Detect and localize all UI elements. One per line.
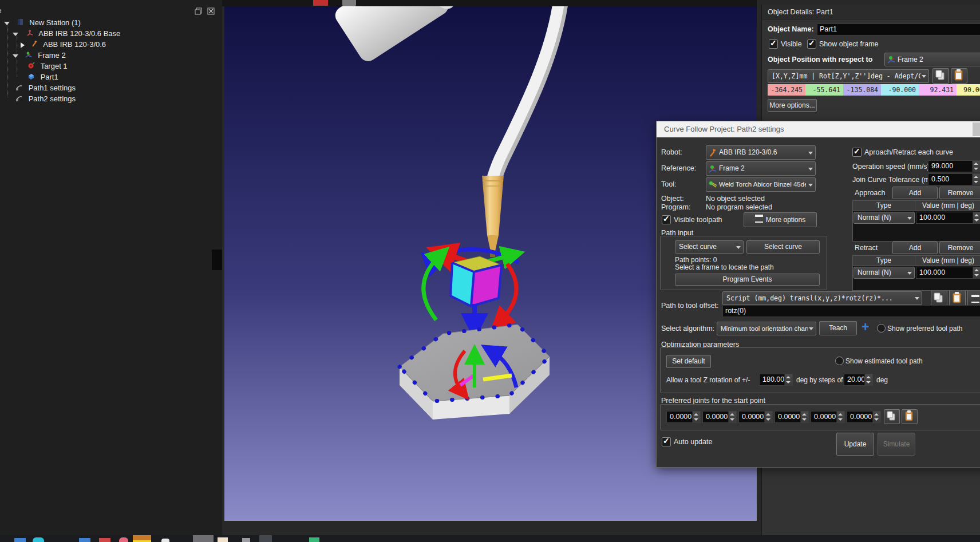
joint6-spinbox[interactable]: 0.0000 <box>847 411 881 423</box>
spinner-arrows-icon[interactable] <box>784 374 792 385</box>
update-button[interactable]: Update <box>836 433 874 456</box>
toolbar-tab-sliver[interactable] <box>342 0 356 6</box>
more-options-button[interactable]: More options <box>744 212 817 227</box>
retract-remove-button[interactable]: Remove <box>939 242 980 254</box>
program-events-button[interactable]: Program Events <box>675 274 820 286</box>
expand-arrow-icon[interactable] <box>13 54 18 58</box>
approach-type-dropdown[interactable]: Normal (N) <box>853 212 915 224</box>
pose-z-value[interactable]: -135.084 <box>843 84 882 96</box>
expand-arrow-icon[interactable] <box>4 22 10 25</box>
spinner-arrows-icon[interactable] <box>864 374 872 385</box>
spinner-arrows-icon[interactable] <box>728 412 736 422</box>
approach-add-button[interactable]: Add <box>892 187 938 199</box>
pose-y-value[interactable]: -55.641 <box>805 84 844 96</box>
orientation-format-dropdown[interactable]: [X,Y,Z]mm | Rot[Z,Y',Z'']deg - Adept/Com… <box>768 69 929 83</box>
tree-item-frame2[interactable]: Frame 2 <box>0 50 66 61</box>
paste-offset-button[interactable] <box>949 290 966 306</box>
tree-item-path1-settings[interactable]: Path1 settings <box>0 82 76 93</box>
dialog-close-button[interactable] <box>973 122 980 136</box>
toolbar-red-button-sliver[interactable] <box>313 0 328 6</box>
copy-offset-button[interactable] <box>931 290 947 306</box>
expand-arrow-icon[interactable] <box>13 33 18 36</box>
visible-toolpath-checkbox[interactable] <box>662 215 671 224</box>
spinner-arrows-icon[interactable] <box>973 212 980 223</box>
taskbar-active-app-icon[interactable] <box>133 535 151 542</box>
pose-ry-value[interactable]: 92.431 <box>919 84 957 96</box>
expand-arrow-icon[interactable] <box>21 42 25 48</box>
splitter-handle[interactable] <box>212 250 222 270</box>
taskbar-app-icon[interactable] <box>14 538 26 542</box>
joint4-spinbox[interactable]: 0.0000 <box>774 411 809 423</box>
joint2-spinbox[interactable]: 0.0000 <box>702 411 737 423</box>
joint3-spinbox[interactable]: 0.0000 <box>738 411 773 423</box>
tree-item-new-station[interactable]: New Station (1) <box>0 17 81 28</box>
approach-retract-checkbox[interactable] <box>852 148 862 157</box>
position-reference-dropdown[interactable]: Frame 2 <box>884 53 980 66</box>
tree-item-robot-base[interactable]: ABB IRB 120-3/0.6 Base <box>0 28 120 39</box>
approach-remove-button[interactable]: Remove <box>939 187 980 199</box>
spinner-arrows-icon[interactable] <box>973 267 980 278</box>
show-object-frame-checkbox[interactable] <box>807 39 816 49</box>
float-panel-icon[interactable] <box>195 7 202 17</box>
approach-value-spinbox[interactable]: 100.000 <box>916 212 980 224</box>
paste-joints-button[interactable] <box>902 409 918 424</box>
join-tolerance-spinbox[interactable]: 0.500 <box>928 173 980 185</box>
copy-pose-button[interactable] <box>932 68 949 84</box>
object-name-input[interactable] <box>817 23 980 35</box>
tree-item-robot[interactable]: ABB IRB 120-3/0.6 <box>0 39 106 50</box>
spinner-arrows-icon[interactable] <box>764 412 772 422</box>
retract-value-spinbox[interactable]: 100.000 <box>916 267 980 279</box>
taskbar-app-icon[interactable] <box>99 538 110 542</box>
paste-pose-button[interactable] <box>951 68 967 84</box>
taskbar-open-app-icon[interactable] <box>259 535 272 542</box>
teach-button[interactable]: Teach <box>819 321 857 335</box>
taskbar-app-icon[interactable] <box>161 539 169 542</box>
spinner-arrows-icon[interactable] <box>972 161 980 172</box>
tree-item-target1[interactable]: Target 1 <box>0 61 68 72</box>
step-spinbox[interactable]: 20.00 <box>844 374 873 386</box>
pose-x-value[interactable]: -364.245 <box>768 84 806 96</box>
taskbar-app-icon[interactable] <box>79 538 90 542</box>
spinner-arrows-icon[interactable] <box>836 412 844 422</box>
joint5-spinbox[interactable]: 0.0000 <box>811 411 845 423</box>
visible-checkbox[interactable] <box>769 39 778 49</box>
spinner-arrows-icon[interactable] <box>800 412 808 422</box>
rotation-spinbox[interactable]: 180.00 <box>759 374 793 386</box>
close-panel-icon[interactable] <box>207 7 215 17</box>
spinner-arrows-icon[interactable] <box>872 412 880 422</box>
taskbar-app-icon[interactable] <box>33 537 44 542</box>
more-options-button[interactable]: More options... <box>768 99 817 112</box>
show-estimated-radio[interactable] <box>835 357 844 365</box>
taskbar-app-icon[interactable] <box>218 537 228 542</box>
dialog-title-bar[interactable]: Curve Follow Project: Path2 settings <box>657 121 980 137</box>
show-preferred-radio[interactable] <box>877 324 886 333</box>
spinner-arrows-icon[interactable] <box>972 174 980 185</box>
taskbar-app-icon[interactable] <box>119 537 128 542</box>
taskbar-open-app-icon[interactable] <box>193 535 214 542</box>
retract-type-dropdown[interactable]: Normal (N) <box>853 267 915 279</box>
tree-item-part1[interactable]: Part1 <box>0 72 58 82</box>
select-curve-dropdown[interactable]: Select curve <box>675 240 744 254</box>
pose-rx-value[interactable]: 90.000 <box>957 84 980 96</box>
algorithm-dropdown[interactable]: Minimum tool orientation change <box>717 322 816 335</box>
robot-dropdown[interactable]: ABB IRB 120-3/0.6 <box>706 145 816 160</box>
retract-add-button[interactable]: Add <box>892 242 938 254</box>
joint1-spinbox[interactable]: 0.0000 <box>666 411 701 423</box>
set-default-button[interactable]: Set default <box>666 355 711 368</box>
taskbar-app-icon[interactable] <box>242 538 250 542</box>
auto-update-checkbox[interactable] <box>662 437 671 446</box>
pose-rz-value[interactable]: -90.000 <box>881 84 919 96</box>
select-curve-button[interactable]: Select curve <box>746 240 820 254</box>
operation-speed-spinbox[interactable]: 99.000 <box>928 160 980 172</box>
offset-value-input[interactable] <box>722 305 980 317</box>
copy-joints-button[interactable] <box>884 409 900 424</box>
simulate-button[interactable]: Simulate <box>878 433 915 456</box>
reference-dropdown[interactable]: Frame 2 <box>706 161 816 176</box>
path-offset-script-dropdown[interactable]: Script (mm,deg) transl(x,y,z)*rotz(rz)*.… <box>722 291 922 305</box>
offset-menu-button[interactable] <box>967 290 980 306</box>
taskbar-app-icon[interactable] <box>309 537 319 542</box>
tool-dropdown[interactable]: Weld Torch Abicor Binzel 45deg <box>706 177 816 192</box>
tree-item-path2-settings[interactable]: Path2 settings <box>0 93 76 104</box>
spinner-arrows-icon[interactable] <box>692 412 700 422</box>
add-preferred-icon[interactable]: + <box>862 321 869 333</box>
